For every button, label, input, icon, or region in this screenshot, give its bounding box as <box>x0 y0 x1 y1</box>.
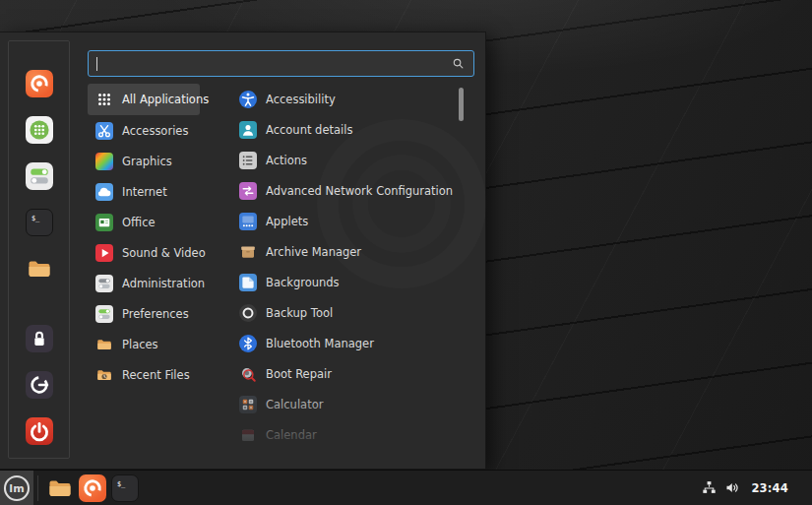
category-accessories[interactable]: Accessories <box>88 115 200 146</box>
search-box[interactable] <box>88 50 474 77</box>
app-label: Calculator <box>266 398 323 411</box>
app-label: Actions <box>266 154 307 167</box>
category-label: Internet <box>122 185 167 199</box>
category-places[interactable]: Places <box>88 329 200 359</box>
category-label: Places <box>122 338 158 351</box>
taskbar-launchers: $_ <box>46 474 139 502</box>
backgrounds-icon <box>239 274 257 291</box>
svg-text:$_: $_ <box>31 214 39 222</box>
mint-logo-icon: lm <box>3 474 31 502</box>
svg-text:lm: lm <box>9 482 24 495</box>
app-actions[interactable]: Actions <box>231 145 461 175</box>
screen: $_ All ApplicationsAccessoriesGraphicsIn… <box>0 0 812 505</box>
app-accessibility[interactable]: Accessibility <box>231 84 461 114</box>
internet-icon <box>95 183 113 201</box>
taskbar: lm $_ 23:44 <box>0 470 812 505</box>
app-label: Account details <box>266 123 352 137</box>
system-settings-favorite-button[interactable] <box>26 162 53 190</box>
app-label: Accessibility <box>266 93 336 106</box>
app-label: Advanced Network Configuration <box>266 184 453 198</box>
clock[interactable]: 23:44 <box>751 481 788 495</box>
category-preferences[interactable]: Preferences <box>88 298 200 329</box>
software-manager-favorite-button[interactable] <box>26 116 53 144</box>
calculator-icon <box>239 396 257 413</box>
recent-files-icon <box>95 366 113 384</box>
firefox-favorite-button[interactable] <box>26 70 53 97</box>
search-icon <box>451 56 466 71</box>
app-label: Applets <box>266 215 308 228</box>
category-administration[interactable]: Administration <box>88 268 200 298</box>
backup-tool-icon <box>239 304 257 322</box>
app-account-details[interactable]: Account details <box>231 114 461 145</box>
account-details-icon <box>239 121 257 139</box>
app-calculator[interactable]: Calculator <box>231 389 461 419</box>
files-launcher-button[interactable] <box>46 474 74 502</box>
actions-icon <box>239 152 257 169</box>
volume-icon[interactable] <box>724 479 741 496</box>
bluetooth-icon <box>239 335 257 352</box>
applets-icon <box>239 213 257 230</box>
app-boot-repair[interactable]: Boot Repair <box>231 358 461 389</box>
category-office[interactable]: Office <box>88 207 200 237</box>
places-icon <box>95 336 113 353</box>
app-calendar[interactable]: Calendar <box>231 419 461 450</box>
svg-text:$_: $_ <box>117 478 126 487</box>
administration-icon <box>95 275 113 292</box>
all-applications-icon <box>95 91 113 108</box>
shutdown-favorite-button[interactable] <box>26 417 53 445</box>
app-archive-manager[interactable]: Archive Manager <box>231 236 461 267</box>
category-label: All Applications <box>122 93 209 106</box>
terminal-favorite-button[interactable]: $_ <box>26 209 53 236</box>
preferences-icon <box>95 305 113 323</box>
category-label: Recent Files <box>122 368 190 382</box>
app-label: Boot Repair <box>266 367 332 381</box>
accessibility-icon <box>239 91 257 108</box>
scrollbar-thumb[interactable] <box>459 88 464 121</box>
search-input[interactable] <box>99 51 451 76</box>
category-sound-video[interactable]: Sound & Video <box>88 237 200 268</box>
lock-screen-favorite-button[interactable] <box>26 325 53 352</box>
system-tray: 23:44 <box>701 479 812 496</box>
network-icon[interactable] <box>701 479 718 496</box>
boot-repair-icon <box>239 365 257 383</box>
favorites-column: $_ <box>8 40 70 459</box>
app-label: Backup Tool <box>266 306 333 320</box>
main-menu: $_ All ApplicationsAccessoriesGraphicsIn… <box>0 32 486 470</box>
favorites-separator <box>20 301 59 306</box>
app-label: Calendar <box>266 428 317 442</box>
app-advanced-network-configuration[interactable]: Advanced Network Configuration <box>231 175 461 206</box>
app-backgrounds[interactable]: Backgrounds <box>231 267 461 297</box>
category-label: Office <box>122 216 156 229</box>
graphics-icon <box>95 153 113 170</box>
calendar-icon <box>239 426 257 444</box>
taskbar-separator <box>37 475 38 501</box>
category-internet[interactable]: Internet <box>88 176 200 207</box>
app-label: Backgrounds <box>266 276 340 289</box>
archive-manager-icon <box>239 243 257 261</box>
app-label: Bluetooth Manager <box>266 337 374 350</box>
app-label: Archive Manager <box>266 245 361 259</box>
app-backup-tool[interactable]: Backup Tool <box>231 297 461 328</box>
applications-list: AccessibilityAccount detailsActionsAdvan… <box>231 84 461 450</box>
sound-video-icon <box>95 244 113 262</box>
app-applets[interactable]: Applets <box>231 206 461 236</box>
text-caret <box>96 57 97 71</box>
terminal-launcher-button[interactable]: $_ <box>111 474 139 502</box>
categories-list: All ApplicationsAccessoriesGraphicsInter… <box>88 84 200 390</box>
category-label: Accessories <box>122 124 188 138</box>
advanced-network-icon <box>239 182 257 200</box>
logout-favorite-button[interactable] <box>26 371 53 399</box>
category-graphics[interactable]: Graphics <box>88 146 200 176</box>
category-label: Graphics <box>122 155 172 168</box>
accessories-icon <box>95 122 113 140</box>
category-label: Sound & Video <box>122 246 206 260</box>
category-label: Administration <box>122 277 205 290</box>
app-bluetooth-manager[interactable]: Bluetooth Manager <box>231 328 461 358</box>
office-icon <box>95 214 113 231</box>
files-favorite-button[interactable] <box>26 255 53 283</box>
firefox-launcher-button[interactable] <box>79 474 106 502</box>
category-all-applications[interactable]: All Applications <box>88 84 200 115</box>
menu-button[interactable]: lm <box>0 471 33 505</box>
category-recent-files[interactable]: Recent Files <box>88 359 200 390</box>
category-label: Preferences <box>122 307 189 321</box>
